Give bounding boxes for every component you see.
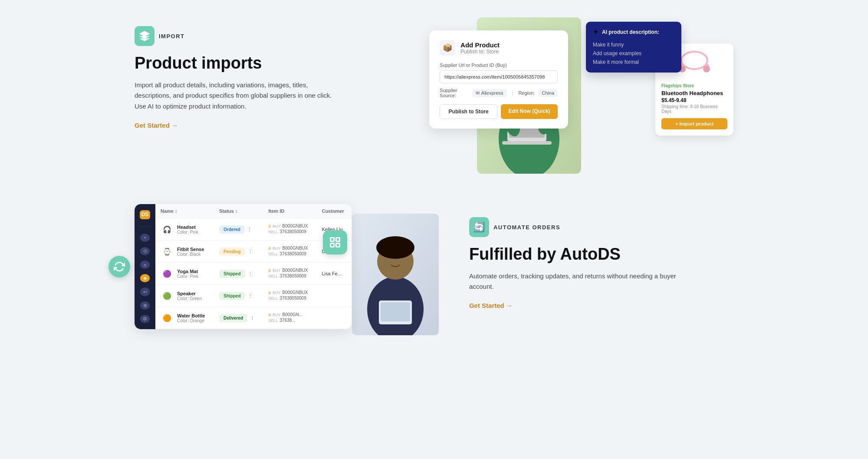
table-cell-item-id: a BUY B000GNBUX SELL 37638050009 xyxy=(263,241,317,263)
product-variant: Color: Orange xyxy=(177,318,205,323)
table-cell-name: 🎧 Headset Color: Pink xyxy=(155,218,214,241)
table-cell-status: Shipped ⋮ xyxy=(214,263,263,285)
sidebar-nav-2[interactable]: ⊙ xyxy=(140,247,150,255)
col-name: Name ↕ xyxy=(155,204,214,218)
automate-label: AUTOMATE ORDERS xyxy=(493,224,560,231)
table-cell-status: Pending ⋮ xyxy=(214,241,263,263)
col-customer: Customer xyxy=(316,204,352,218)
product-card-price: $5.45-9.48 xyxy=(661,97,727,103)
supplier-info-row: Supplier Source: ✉ Aliexpress | Region: … xyxy=(440,88,558,98)
sell-id: 37638050009 xyxy=(280,229,306,234)
ai-dropdown: ✦ AI product description: Make it funny … xyxy=(586,22,681,73)
sidebar-nav-3[interactable]: ≡ xyxy=(140,261,150,269)
product-variant: Color: Black xyxy=(177,252,204,257)
product-imports-title: Product imports xyxy=(135,54,399,73)
amazon-icon: a xyxy=(269,224,271,228)
supplier-name: Aliexpress xyxy=(481,90,503,96)
product-card-shipping: Shipping time: 8-16 Business Days xyxy=(661,104,727,114)
supplier-source-tag: ✉ Aliexpress xyxy=(472,89,507,97)
buy-id-row: a BUY B000GNBUX xyxy=(269,246,312,251)
product-variant: Color: Pink xyxy=(177,274,198,279)
sell-id: 37638... xyxy=(280,318,296,323)
add-product-title: Add Product xyxy=(460,41,500,49)
add-product-header: 📦 Add Product Publish to: Store xyxy=(440,40,558,56)
table-cell-status: Ordered ⋮ xyxy=(214,218,263,241)
svg-rect-21 xyxy=(336,243,339,247)
table-cell-status: Shipped ⋮ xyxy=(214,285,263,307)
product-import-ui: 📦 Add Product Publish to: Store Supplier… xyxy=(416,17,733,178)
buy-label: BUY xyxy=(273,224,281,228)
orders-table-ui: DS + ⊙ ≡ ◈ ↩ ⊗ ⚙ xyxy=(135,204,352,329)
ai-dropdown-title: AI product description: xyxy=(602,29,659,35)
person2-photo xyxy=(352,214,439,335)
buy-id: B000GNBUX xyxy=(283,246,308,251)
sell-label: SELL xyxy=(269,296,278,300)
ai-option-funny[interactable]: Make it funny xyxy=(593,40,674,49)
edit-now-quick-button[interactable]: Edit Now (Quick) xyxy=(501,104,558,119)
table-row: ⌚ Fitbit Sense Color: Black Pending ⋮ a … xyxy=(155,241,352,263)
svg-rect-17 xyxy=(703,66,710,72)
table-cell-customer: Lisa Fe... xyxy=(316,263,352,285)
table-cell-status: Delivered ⋮ xyxy=(214,307,263,329)
product-thumb: ⌚ xyxy=(161,245,174,258)
product-name: Fitbit Sense xyxy=(177,247,204,252)
amazon-icon: a xyxy=(269,312,271,317)
status-badge: Pending xyxy=(219,248,245,256)
automate-desc: Automate orders, tracking updates, and r… xyxy=(469,271,677,293)
ai-option-formal[interactable]: Make it more formal xyxy=(593,58,674,66)
sidebar-nav-1[interactable]: + xyxy=(140,234,150,242)
buy-id-row: a BUY B000GNBUX xyxy=(269,290,312,295)
buy-label: BUY xyxy=(273,268,281,273)
action-icon xyxy=(329,236,341,248)
orders-table-head: Name ↕ Status ↕ Item ID Customer xyxy=(155,204,352,218)
add-product-card: 📦 Add Product Publish to: Store Supplier… xyxy=(429,30,568,129)
automate-title: Fulfilled by AutoDS xyxy=(469,245,733,264)
sell-label: SELL xyxy=(269,318,278,323)
supplier-url-input[interactable]: https://aliexpress.com/item/100500584535… xyxy=(440,70,558,83)
supplier-source-label: Supplier Source: xyxy=(440,88,469,98)
table-row: 🟢 Speaker Color: Green Shipped ⋮ a BUY B… xyxy=(155,285,352,307)
product-thumb: 🟢 xyxy=(161,289,174,302)
sidebar-logo: DS xyxy=(140,210,150,219)
import-product-button[interactable]: + Import product xyxy=(661,118,727,129)
ai-option-examples[interactable]: Add usage examples xyxy=(593,49,674,58)
customer-name: Lisa Fe... xyxy=(322,271,341,276)
sell-label: SELL xyxy=(269,230,278,234)
svg-rect-18 xyxy=(331,238,334,241)
product-thumb: 🎧 xyxy=(161,223,174,236)
sidebar-nav-4[interactable]: ↩ xyxy=(140,287,150,296)
sidebar-nav-5[interactable]: ⊗ xyxy=(140,301,150,310)
separator: | xyxy=(512,90,513,96)
svg-rect-27 xyxy=(381,302,410,321)
table-cell-customer xyxy=(316,285,352,307)
automate-orders-section: 🔄 AUTOMATE ORDERS Fulfilled by AutoDS Au… xyxy=(469,204,733,310)
automate-badge: 🔄 AUTOMATE ORDERS xyxy=(469,217,733,237)
publish-to-store-button[interactable]: Publish to Store xyxy=(440,104,497,119)
product-imports-section: IMPORT Product imports Import all produc… xyxy=(135,17,399,129)
svg-rect-10 xyxy=(502,141,552,145)
sell-label: SELL xyxy=(269,274,278,278)
automate-get-started[interactable]: Get Started → xyxy=(469,302,513,309)
product-variant: Color: Pink xyxy=(177,230,198,234)
region-tag: China xyxy=(538,89,558,97)
product-imports-desc: Import all product details, including va… xyxy=(135,80,343,112)
table-cell-customer xyxy=(316,307,352,329)
col-item-id: Item ID xyxy=(263,204,317,218)
add-product-icon: 📦 xyxy=(440,40,455,56)
buy-label: BUY xyxy=(273,246,281,251)
sidebar-nav-active[interactable]: ◈ xyxy=(140,274,150,282)
table-cell-name: 🟣 Yoga Mat Color: Pink xyxy=(155,263,214,285)
orders-table-body: 🎧 Headset Color: Pink Ordered ⋮ a BUY B0… xyxy=(155,218,352,329)
sidebar-nav-6[interactable]: ⚙ xyxy=(140,315,150,323)
ai-star-icon: ✦ xyxy=(593,28,598,36)
status-badge: Delivered xyxy=(219,314,247,322)
product-imports-get-started[interactable]: Get Started → xyxy=(135,122,178,129)
floating-automate-button[interactable] xyxy=(108,256,130,277)
action-card[interactable] xyxy=(323,230,347,254)
table-cell-item-id: a BUY B000GNBUX SELL 37638050009 xyxy=(263,218,317,241)
sell-id-row: SELL 37638050009 xyxy=(269,229,312,234)
box-icon xyxy=(139,30,150,42)
buy-id-row: a BUY B000GNBUX xyxy=(269,268,312,273)
table-row: 🎧 Headset Color: Pink Ordered ⋮ a BUY B0… xyxy=(155,218,352,241)
amazon-icon: a xyxy=(269,246,271,251)
